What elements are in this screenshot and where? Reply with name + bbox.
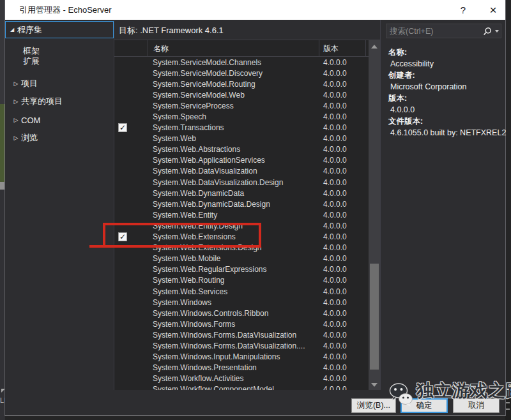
scroll-up-button[interactable] [369,41,380,51]
help-button[interactable]: ? [452,0,474,20]
assembly-name[interactable]: System.Web.RegularExpressions [148,265,319,274]
sidebar-item-6[interactable]: ▷COM [5,115,114,125]
assembly-version: 4.0.0.0 [319,211,366,220]
assembly-name[interactable]: System.Windows.Forms.DataVisualization..… [148,341,319,350]
assembly-name[interactable]: System.Web.DataVisualization.Design [148,178,319,187]
table-row[interactable]: System.Web.DataVisualization4.0.0.0 [114,166,369,177]
sidebar-item-3[interactable]: 扩展 [5,56,114,66]
expanded-triangle-icon[interactable]: ◢ [7,27,17,33]
assembly-name[interactable]: System.Windows.Controls.Ribbon [148,309,319,318]
assembly-name[interactable]: System.ServiceModel.Routing [148,80,319,89]
assembly-name[interactable]: System.Windows.Forms.DataVisualization [148,331,319,340]
assembly-name[interactable]: System.ServiceProcess [148,101,319,110]
assembly-name[interactable]: System.ServiceModel.Web [148,91,319,100]
table-row[interactable]: System.ServiceModel.Routing4.0.0.0 [114,79,369,89]
checkbox-checked-icon[interactable]: ✓ [118,123,127,132]
assembly-version: 4.0.0.0 [319,331,366,340]
wechat-icon [388,382,414,409]
table-row[interactable]: System.Workflow.Activities4.0.0.0 [114,373,369,384]
assembly-name[interactable]: System.Windows.Input.Manipulations [148,352,319,361]
table-row[interactable]: System.ServiceModel.Web4.0.0.0 [114,89,369,100]
collapsed-triangle-icon[interactable]: ▷ [11,135,21,141]
table-row[interactable]: System.Web.Entity4.0.0.0 [114,209,369,220]
table-row[interactable]: System.Speech4.0.0.0 [114,111,369,122]
sidebar-item-7[interactable]: ▷浏览 [5,133,114,143]
sidebar-item-label: 共享的项目 [21,96,63,107]
detail-label: 创建者: [388,70,503,81]
assembly-version: 4.0.0.0 [319,287,366,296]
assembly-name[interactable]: System.Transactions [148,123,319,132]
table-row[interactable]: System.Web.Services4.0.0.0 [114,286,369,297]
search-box[interactable] [386,24,501,38]
assembly-version: 4.0.0.0 [319,254,366,263]
table-row[interactable]: System.ServiceProcess4.0.0.0 [114,100,369,111]
collapsed-triangle-icon[interactable]: ▷ [11,80,21,87]
table-row[interactable]: System.Windows.Presentation4.0.0.0 [114,363,369,373]
assembly-name[interactable]: System.Windows.Forms [148,320,319,329]
scroll-down-button[interactable] [369,380,380,389]
assembly-version: 4.0.0.0 [319,80,366,89]
assembly-version: 4.0.0.0 [319,112,366,121]
collapsed-triangle-icon[interactable]: ▷ [11,117,21,123]
assembly-name[interactable]: System.Web.DynamicData.Design [148,200,319,209]
table-row[interactable]: System.Web.ApplicationServices4.0.0.0 [114,155,369,166]
assembly-name[interactable]: System.Web.Mobile [148,254,319,263]
table-row[interactable]: System.Web.DataVisualization.Design4.0.0… [114,177,369,188]
vertical-scrollbar[interactable] [369,40,380,390]
column-header-check[interactable] [114,40,148,57]
assembly-name[interactable]: System.Windows [148,298,319,307]
table-row[interactable]: System.Workflow.ComponentModel4.0.0.0 [114,384,369,390]
sidebar-item-4[interactable]: ▷项目 [5,79,114,89]
sidebar-item-label: 浏览 [21,132,38,144]
sidebar-item-2[interactable]: 框架 [5,46,114,56]
table-row[interactable]: System.Web.DynamicData.Design4.0.0.0 [114,199,369,209]
column-header-version[interactable]: 版本 [319,40,366,57]
search-icon[interactable] [482,27,493,36]
close-button[interactable]: × [482,0,505,20]
detail-value: 4.0.0.0 [388,104,503,116]
assembly-name[interactable]: System.Web.DynamicData [148,189,319,198]
assembly-version: 4.0.0.0 [319,101,366,110]
column-header-name[interactable]: 名称 [148,40,319,57]
assembly-name[interactable]: System.Speech [148,112,319,121]
table-row[interactable]: System.Windows.Input.Manipulations4.0.0.… [114,352,369,363]
assembly-version: 4.0.0.0 [319,232,366,241]
sidebar-item-5[interactable]: ▷共享的项目 [5,96,114,107]
assembly-name[interactable]: System.Workflow.Activities [148,374,319,383]
table-row[interactable]: System.Web.Mobile4.0.0.0 [114,253,369,264]
assembly-name[interactable]: System.Web.DataVisualization [148,167,319,176]
table-row[interactable]: System.Windows.Controls.Ribbon4.0.0.0 [114,308,369,319]
assembly-name[interactable]: System.Workflow.ComponentModel [148,385,319,390]
assembly-name[interactable]: System.Web [148,134,319,143]
sidebar-item-1[interactable]: ◢程序集 [5,21,114,38]
table-row[interactable]: ✓System.Transactions4.0.0.0 [114,123,369,133]
titlebar[interactable]: 引用管理器 - EchoServer ? × [5,0,505,20]
assembly-name[interactable]: System.Web.Abstractions [148,145,319,154]
assembly-name[interactable]: System.Web.Routing [148,276,319,285]
table-row[interactable]: System.ServiceModel.Discovery4.0.0.0 [114,68,369,79]
chevron-down-icon[interactable] [493,30,501,33]
scrollbar-thumb[interactable] [370,264,379,370]
table-row[interactable]: System.Web.Routing4.0.0.0 [114,275,369,286]
collapsed-triangle-icon[interactable]: ▷ [11,98,21,105]
detail-value: Microsoft Corporation [388,81,503,93]
table-row[interactable]: System.Web.DynamicData4.0.0.0 [114,188,369,199]
table-row[interactable]: System.Windows4.0.0.0 [114,297,369,308]
search-input[interactable] [386,27,482,36]
table-row[interactable]: System.Windows.Forms4.0.0.0 [114,319,369,329]
table-row[interactable]: System.ServiceModel.Channels4.0.0.0 [114,57,369,68]
sidebar-item-label: 项目 [21,78,38,89]
table-row[interactable]: System.Web.Abstractions4.0.0.0 [114,144,369,155]
dialog-title: 引用管理器 - EchoServer [19,4,111,16]
assembly-name[interactable]: System.Web.ApplicationServices [148,156,319,165]
table-row[interactable]: System.Windows.Forms.DataVisualization..… [114,340,369,351]
table-row[interactable]: System.Windows.Forms.DataVisualization4.… [114,329,369,340]
table-row[interactable]: System.Web.RegularExpressions4.0.0.0 [114,264,369,275]
table-row[interactable]: System.Web4.0.0.0 [114,133,369,144]
assembly-name[interactable]: System.Web.Services [148,287,319,296]
assembly-version: 4.0.0.0 [319,298,366,307]
assembly-name[interactable]: System.Windows.Presentation [148,363,319,372]
assembly-name[interactable]: System.Web.Entity [148,211,319,220]
assembly-name[interactable]: System.ServiceModel.Discovery [148,69,319,78]
assembly-name[interactable]: System.ServiceModel.Channels [148,58,319,67]
